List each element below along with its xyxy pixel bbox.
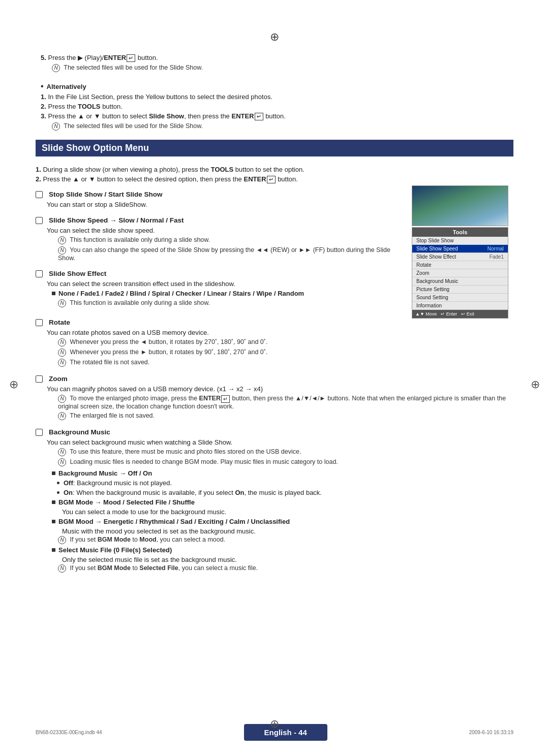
alternatively-label: • Alternatively: [41, 82, 513, 91]
tools-menu-item-zoom: Zoom: [412, 269, 508, 277]
zoom-note-1: N To move the enlarged photo image, pres…: [58, 395, 513, 410]
subsection-stop-title: Stop Slide Show / Start Slide Show: [36, 191, 402, 198]
subsection-rotate-body: You can rotate photos saved on a USB mem…: [47, 329, 513, 367]
bgm-note-2: N Loading music files is needed to chang…: [58, 458, 513, 466]
page: ⊕ ⊕ ⊕ 5. Press the ▶ (Play)/ENTER↵ butto…: [0, 0, 549, 756]
tools-panel: Tools Stop Slide Show Slide Show Speed N…: [412, 185, 513, 319]
tools-menu-item-picture: Picture Setting: [412, 286, 508, 294]
rotate-note-2: N Whenever you press the ► button, it ro…: [58, 349, 513, 357]
subsection-zoom: Zoom You can magnify photos saved on a U…: [36, 375, 513, 420]
note-icon-bgm-file: N: [58, 564, 66, 573]
enter-icon-2: ↵: [255, 113, 263, 120]
rotate-note-3: N The rotated file is not saved.: [58, 359, 513, 367]
note-icon-2: N: [52, 122, 60, 131]
tools-menu-item-bgm: Background Music: [412, 277, 508, 286]
tools-image-inner: [412, 186, 508, 226]
right-crosshair-icon: ⊕: [531, 378, 540, 391]
subsection-zoom-body: You can magnify photos saved on a USB me…: [47, 385, 513, 420]
tools-menu-item-speed: Slide Show Speed Normal: [412, 245, 508, 253]
bgm-bullet-mode: BGM Mode → Mood / Selected File / Shuffl…: [52, 498, 513, 506]
bgm-sub-bullets: Background Music → Off / On Off: Backgro…: [47, 469, 513, 573]
bgm-file-desc: Only the selected music file is set as t…: [62, 556, 513, 563]
note-icon-rotate-3: N: [58, 359, 66, 367]
alt-step-3-note: N The selected files will be used for th…: [52, 122, 513, 131]
left-crosshair-icon: ⊕: [9, 378, 18, 391]
tools-menu: Tools Stop Slide Show Slide Show Speed N…: [412, 227, 508, 319]
checkbox-effect: [36, 270, 43, 277]
tools-menu-header: Tools: [412, 228, 508, 237]
section-intro-2: 2. Press the ▲ or ▼ button to select the…: [36, 175, 513, 183]
bgm-bullet-offon: Background Music → Off / On: [52, 469, 513, 477]
subsection-bgm-body: You can select background music when wat…: [47, 438, 513, 573]
note-icon-rotate-1: N: [58, 338, 66, 346]
section-title: Slide Show Option Menu: [42, 143, 149, 153]
section-header: Slide Show Option Menu: [36, 140, 513, 156]
subsection-rotate-title: Rotate: [36, 319, 513, 326]
step-5-num: 5.: [41, 54, 46, 61]
rotate-note-1: N Whenever you press the ◄ button, it ro…: [58, 338, 513, 346]
note-icon-zoom-1: N: [58, 395, 66, 403]
bgm-circle-off: Off: Background music is not played.: [57, 479, 513, 487]
circle-bullet-on: [57, 491, 59, 494]
note-icon-1: N: [52, 64, 60, 72]
note-icon-zoom-2: N: [58, 412, 66, 420]
note-icon-bgm-mood: N: [58, 536, 66, 544]
tools-menu-item-effect: Slide Show Effect Fade1: [412, 253, 508, 261]
tools-image: [412, 185, 508, 226]
square-bullet-bgm-4: [52, 548, 55, 552]
subsection-zoom-title: Zoom: [36, 375, 513, 383]
enter-icon-1: ↵: [127, 54, 135, 62]
checkbox-speed: [36, 217, 43, 224]
tools-menu-item-sound: Sound Setting: [412, 294, 508, 302]
bgm-note-1: N To use this feature, there must be mus…: [58, 448, 513, 456]
bgm-bullet-mood: BGM Mood → Energetic / Rhythmical / Sad …: [52, 518, 513, 525]
top-crosshair-icon: ⊕: [36, 30, 513, 44]
note-icon-bgm-1: N: [58, 448, 66, 456]
checkbox-bgm: [36, 429, 43, 436]
footer-right: 2009-6-10 16:33:19: [469, 730, 513, 735]
checkbox-rotate: [36, 319, 43, 326]
circle-bullet-off: [57, 482, 59, 484]
note-icon-speed-2: N: [58, 246, 66, 255]
bgm-mood-note: N If you set BGM Mode to Mood, you can s…: [58, 536, 513, 544]
bgm-mode-desc: You can select a mode to use for the bac…: [62, 508, 513, 516]
alt-step-2: 2. Press the TOOLS button.: [41, 103, 513, 110]
footer-left: BN68-02330E-00Eng.indb 44: [36, 730, 102, 735]
effect-bullet-1: None / Fade1 / Fade2 / Blind / Spiral / …: [52, 290, 402, 297]
subsection-bgm: Background Music You can select backgrou…: [36, 428, 513, 573]
footer-center: English - 44: [244, 724, 327, 741]
alt-step-3: 3. Press the ▲ or ▼ button to select Sli…: [41, 112, 513, 120]
note-icon-bgm-2: N: [58, 458, 66, 466]
bgm-bullet-file: Select Music File (0 File(s) Selected): [52, 546, 513, 554]
bottom-crosshair-icon: ⊕: [270, 717, 279, 731]
section-intro-1: 1. During a slide show (or when viewing …: [36, 166, 513, 173]
tools-menu-item-info: Information: [412, 302, 508, 310]
enter-icon-3: ↵: [267, 176, 276, 183]
note-icon-rotate-2: N: [58, 349, 66, 357]
tools-menu-footer: ▲▼ Move ↵ Enter ↩ Exit: [412, 310, 508, 318]
intro-section: 5. Press the ▶ (Play)/ENTER↵ button. N T…: [36, 54, 513, 131]
step-5: 5. Press the ▶ (Play)/ENTER↵ button.: [41, 54, 513, 62]
step-5-note: N The selected files will be used for th…: [52, 64, 513, 72]
enter-icon-zoom: ↵: [221, 395, 230, 403]
checkbox-zoom: [36, 375, 43, 383]
subsection-effect-title: Slide Show Effect: [36, 270, 402, 277]
section-intro: 1. During a slide show (or when viewing …: [36, 166, 513, 183]
note-icon-effect-1: N: [58, 299, 66, 307]
square-bullet-effect-1: [52, 292, 55, 295]
square-bullet-bgm-2: [52, 500, 55, 504]
note-icon-speed-1: N: [58, 236, 66, 244]
bgm-circle-on: On: When the background music is availab…: [57, 489, 513, 496]
bgm-file-note: N If you set BGM Mode to Selected File, …: [58, 564, 513, 573]
alt-step-1: 1. In the File List Section, press the Y…: [41, 93, 513, 101]
zoom-note-2: N The enlarged file is not saved.: [58, 412, 513, 420]
tools-menu-item-stop: Stop Slide Show: [412, 237, 508, 245]
bgm-mood-desc: Music with the mood you selected is set …: [62, 527, 513, 535]
subsection-speed-title: Slide Show Speed → Slow / Normal / Fast: [36, 216, 402, 224]
checkbox-stop: [36, 191, 43, 198]
square-bullet-bgm-1: [52, 471, 55, 475]
square-bullet-bgm-3: [52, 520, 55, 523]
tools-menu-item-rotate: Rotate: [412, 261, 508, 269]
subsection-rotate: Rotate You can rotate photos saved on a …: [36, 319, 513, 367]
subsection-bgm-title: Background Music: [36, 428, 513, 436]
